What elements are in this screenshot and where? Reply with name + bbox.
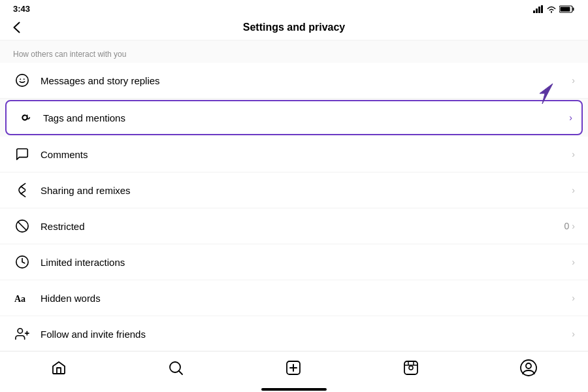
- bottom-nav: [0, 351, 588, 387]
- chevron-icon-tags: ›: [569, 112, 572, 123]
- svg-point-7: [16, 74, 28, 86]
- back-button[interactable]: [10, 19, 23, 36]
- hidden-words-label: Hidden words: [41, 293, 572, 304]
- svg-rect-5: [573, 7, 574, 10]
- svg-point-8: [20, 78, 21, 80]
- svg-line-12: [18, 221, 26, 230]
- message-circle-icon: [13, 71, 31, 90]
- svg-point-15: [18, 329, 22, 333]
- chevron-icon: ›: [572, 75, 575, 86]
- page-header: Settings and privacy: [0, 16, 588, 41]
- chevron-icon-hidden: ›: [572, 293, 575, 303]
- chevron-icon-comments: ›: [572, 149, 575, 159]
- user-plus-icon: [13, 325, 31, 343]
- svg-point-41: [526, 363, 531, 368]
- limited-label: Limited interactions: [41, 257, 572, 268]
- menu-item-follow[interactable]: Follow and invite friends ›: [0, 316, 588, 351]
- menu-item-comments[interactable]: Comments ›: [0, 137, 588, 172]
- svg-point-36: [409, 366, 413, 370]
- home-bar: [261, 388, 327, 391]
- menu-item-limited[interactable]: Limited interactions ›: [0, 244, 588, 280]
- svg-rect-3: [541, 5, 543, 13]
- svg-rect-1: [536, 8, 538, 13]
- restricted-badge: 0: [564, 221, 570, 231]
- wifi-icon: [546, 5, 557, 13]
- restricted-icon: [13, 217, 31, 235]
- battery-icon: [559, 5, 575, 13]
- status-icons: [533, 5, 575, 13]
- menu-item-restricted[interactable]: Restricted 0 ›: [0, 208, 588, 244]
- page-title: Settings and privacy: [243, 22, 346, 33]
- nav-add[interactable]: [275, 357, 312, 378]
- svg-point-9: [24, 78, 25, 80]
- svg-rect-0: [533, 10, 535, 13]
- svg-rect-35: [404, 361, 417, 374]
- messages-label: Messages and story replies: [41, 75, 572, 86]
- chevron-icon-sharing: ›: [572, 185, 575, 195]
- chevron-icon-restricted: ›: [572, 221, 575, 231]
- text-aa-icon: Aa: [13, 289, 31, 307]
- at-sign-icon: [16, 108, 34, 127]
- svg-rect-2: [538, 7, 540, 13]
- menu-item-hidden-words[interactable]: Aa Hidden words ›: [0, 280, 588, 316]
- section-label-interactions: How others can interact with you: [0, 41, 588, 63]
- tags-label: Tags and mentions: [43, 112, 569, 123]
- signal-icon: [533, 5, 544, 13]
- restricted-label: Restricted: [41, 221, 564, 232]
- status-bar: 3:43: [0, 0, 588, 16]
- chevron-icon-limited: ›: [572, 257, 575, 267]
- nav-home[interactable]: [41, 357, 77, 378]
- menu-item-messages[interactable]: Messages and story replies ›: [0, 63, 588, 99]
- status-time: 3:43: [13, 4, 30, 14]
- sharing-label: Sharing and remixes: [41, 185, 572, 196]
- home-indicator: [0, 387, 588, 392]
- comments-label: Comments: [41, 149, 572, 160]
- svg-rect-6: [561, 7, 570, 11]
- menu-item-sharing[interactable]: Sharing and remixes ›: [0, 172, 588, 208]
- comment-icon: [13, 145, 31, 163]
- nav-search[interactable]: [157, 357, 194, 378]
- nav-reels[interactable]: [393, 357, 429, 378]
- svg-text:Aa: Aa: [14, 294, 25, 304]
- sharing-icon: [13, 181, 31, 199]
- chevron-icon-follow: ›: [572, 329, 575, 339]
- clock-icon: [13, 253, 31, 271]
- follow-label: Follow and invite friends: [41, 329, 572, 340]
- nav-profile[interactable]: [510, 357, 547, 379]
- menu-item-tags[interactable]: Tags and mentions ›: [5, 100, 583, 135]
- settings-content: How others can interact with you Message…: [0, 41, 588, 351]
- svg-line-31: [179, 371, 183, 375]
